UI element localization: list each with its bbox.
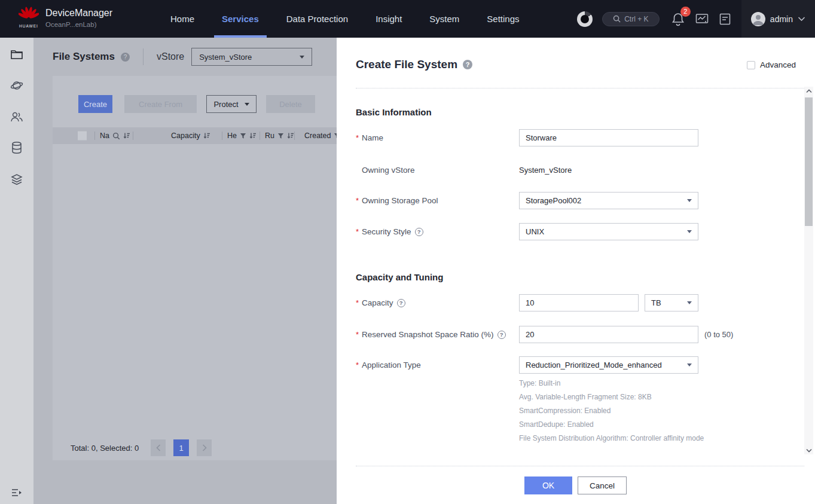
active-tab-indicator: [214, 35, 267, 38]
vstore-label: vStore: [157, 51, 184, 62]
capacity-row: * Capacity ? TB: [356, 294, 804, 311]
globe-icon: [10, 79, 23, 92]
owning-pool-select[interactable]: StoragePool002: [519, 192, 698, 209]
top-navigation: Home Services Data Protection Insight Sy…: [157, 0, 533, 38]
sidebar-item-resources[interactable]: [8, 170, 25, 187]
column-created[interactable]: Created: [304, 132, 340, 140]
avatar: [751, 12, 765, 26]
ok-button[interactable]: OK: [524, 476, 572, 494]
pagination-next-button[interactable]: [197, 439, 212, 456]
caret-down-icon: [687, 199, 692, 202]
sidebar-item-network[interactable]: [8, 77, 25, 94]
performance-button[interactable]: [695, 13, 709, 25]
topbar: HUAWEI DeviceManager OceanP...enLab) Hom…: [0, 0, 815, 38]
nav-home[interactable]: Home: [157, 0, 208, 38]
collapse-expand-icon: [11, 488, 22, 497]
cancel-button[interactable]: Cancel: [578, 476, 627, 494]
security-style-label: * Security Style ?: [356, 227, 519, 236]
page-help-icon[interactable]: ?: [121, 53, 130, 62]
global-search[interactable]: Ctrl + K: [602, 12, 660, 26]
protect-button[interactable]: Protect: [206, 95, 257, 113]
vstore-selected-value: System_vStore: [199, 53, 252, 62]
column-name[interactable]: Na: [100, 132, 130, 140]
bottom-divider: [356, 466, 804, 466]
application-type-select[interactable]: Reduction_Prioritized_Mode_enhanced: [519, 356, 698, 374]
sort-icon[interactable]: [123, 132, 130, 139]
capacity-help-icon[interactable]: ?: [397, 299, 405, 307]
pagination-page-1[interactable]: 1: [173, 439, 189, 456]
owning-pool-row: * Owning Storage Pool StoragePool002: [356, 192, 804, 209]
capacity-tuning-heading: Capacity and Tuning: [356, 272, 443, 282]
nav-services[interactable]: Services: [208, 0, 273, 38]
chevron-left-icon: [156, 444, 161, 451]
column-capacity[interactable]: Capacity: [171, 132, 210, 140]
delete-button[interactable]: Delete: [266, 95, 315, 113]
create-from-button[interactable]: Create From: [124, 95, 197, 113]
column-search-icon[interactable]: [112, 132, 120, 140]
performance-chart-icon: [695, 13, 709, 25]
sidebar-collapse-button[interactable]: [11, 488, 22, 499]
required-marker: *: [356, 330, 362, 339]
snapshot-ratio-input[interactable]: [519, 326, 698, 343]
required-marker: *: [356, 361, 362, 369]
tasks-button[interactable]: [719, 13, 731, 25]
chevron-right-icon: [202, 444, 207, 451]
sort-icon[interactable]: [287, 132, 294, 139]
required-marker: *: [356, 133, 362, 142]
snapshot-ratio-label: * Reserved Snapshot Space Ratio (%) ?: [356, 330, 519, 339]
select-all-checkbox[interactable]: [78, 132, 87, 140]
caret-down-icon: [300, 56, 304, 59]
sort-icon[interactable]: [249, 132, 257, 139]
advanced-checkbox[interactable]: [747, 61, 755, 69]
page-title: File Systems: [53, 51, 115, 63]
dialog-help-icon[interactable]: ?: [463, 60, 472, 69]
scroll-down-button[interactable]: [804, 446, 813, 454]
snapshot-ratio-help-icon[interactable]: ?: [497, 331, 506, 339]
vstore-select[interactable]: System_vStore: [191, 48, 312, 66]
name-label: * Name: [356, 133, 519, 142]
alarms-button[interactable]: 2: [671, 12, 685, 26]
nav-system[interactable]: System: [416, 0, 473, 38]
left-sidebar: [0, 38, 33, 504]
filter-icon[interactable]: [240, 133, 246, 139]
required-marker: *: [356, 298, 362, 307]
capacity-input[interactable]: [519, 294, 639, 311]
column-running-status[interactable]: Ru: [265, 132, 294, 140]
sidebar-item-tenants[interactable]: [8, 108, 25, 125]
application-type-label: * Application Type: [356, 361, 519, 369]
dialog-scrollbar[interactable]: [804, 87, 813, 454]
huawei-flower-icon: [19, 5, 39, 21]
caret-down-icon: [687, 364, 692, 366]
user-icon: [751, 12, 765, 26]
name-input[interactable]: [519, 129, 698, 146]
snapshot-ratio-row: * Reserved Snapshot Space Ratio (%) ? (0…: [356, 326, 804, 343]
nav-settings[interactable]: Settings: [473, 0, 533, 38]
header-divider: [143, 48, 144, 65]
capacity-unit-select[interactable]: TB: [645, 294, 698, 311]
nav-data-protection[interactable]: Data Protection: [273, 0, 362, 38]
snapshot-ratio-hint: (0 to 50): [704, 330, 733, 339]
folder-icon: [10, 48, 23, 60]
security-help-icon[interactable]: ?: [415, 228, 423, 236]
capacity-ring-icon[interactable]: [577, 11, 593, 27]
required-marker: *: [356, 227, 362, 236]
filter-icon[interactable]: [277, 133, 284, 139]
scrollbar-thumb[interactable]: [805, 97, 813, 226]
create-button[interactable]: Create: [78, 95, 112, 113]
sort-icon[interactable]: [203, 132, 210, 139]
detail-line: File System Distribution Algorithm: Cont…: [519, 432, 704, 445]
sidebar-item-storage-pools[interactable]: [8, 139, 25, 156]
nav-insight[interactable]: Insight: [362, 0, 416, 38]
security-style-select[interactable]: UNIX: [519, 223, 698, 240]
advanced-label: Advanced: [760, 60, 796, 69]
scroll-up-button[interactable]: [804, 87, 813, 95]
chevron-down-icon: [806, 448, 812, 453]
advanced-toggle[interactable]: Advanced: [747, 60, 796, 69]
username: admin: [770, 14, 793, 24]
sidebar-item-filesystems[interactable]: [8, 46, 25, 63]
pagination-prev-button[interactable]: [151, 439, 166, 456]
chevron-down-icon: [798, 16, 805, 22]
application-type-details: Type: Built-in Avg. Variable-Length Frag…: [519, 377, 704, 445]
user-menu[interactable]: admin: [741, 0, 815, 38]
column-health[interactable]: He: [227, 132, 257, 140]
